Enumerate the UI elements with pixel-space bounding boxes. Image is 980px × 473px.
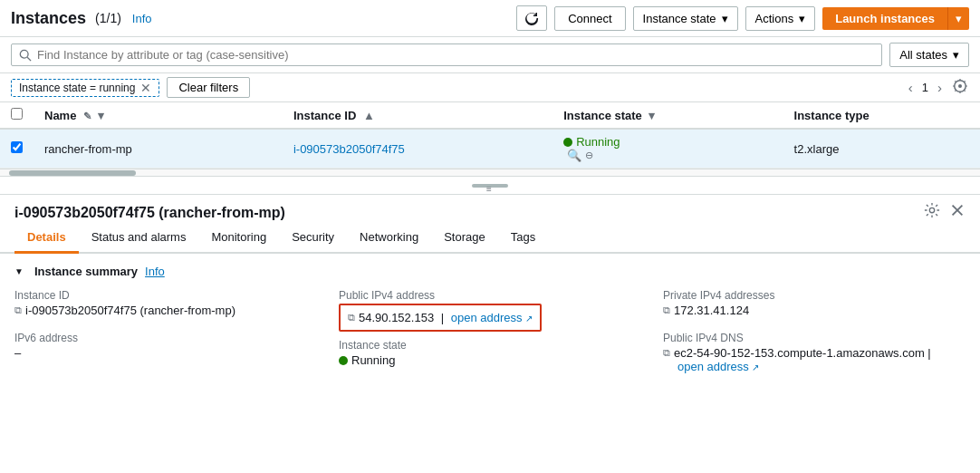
row-checkbox-cell	[0, 129, 34, 169]
instance-id-col-header: Instance ID ▲	[283, 102, 552, 129]
table-row: rancher-from-mp ✎ i-090573b2050f74f75 Ru…	[0, 129, 980, 169]
edit-name-icon[interactable]: ✎	[83, 111, 91, 121]
detail-tabs: Details Status and alarms Monitoring Sec…	[0, 223, 980, 254]
all-states-button[interactable]: All states ▾	[889, 43, 969, 67]
instance-summary-header: ▼ Instance summary Info	[14, 265, 966, 278]
open-address-link[interactable]: open address ↗	[451, 311, 533, 324]
instance-state-field: Instance state Running	[339, 339, 641, 367]
external-link-icon: ↗	[525, 314, 533, 323]
instance-type-col-header: Instance type	[783, 102, 980, 129]
launch-instances-arrow-button[interactable]: ▾	[947, 7, 969, 30]
tab-security[interactable]: Security	[279, 223, 347, 254]
search-icon	[19, 49, 32, 62]
detail-close-button[interactable]	[949, 202, 966, 223]
zoom-in-icon[interactable]: 🔍	[567, 149, 581, 162]
connect-button[interactable]: Connect	[554, 6, 625, 31]
detail-settings-button[interactable]	[924, 202, 940, 223]
filter-tag: Instance state = running ✕	[11, 79, 159, 97]
refresh-button[interactable]	[516, 5, 547, 31]
open-address2-link[interactable]: open address ↗	[677, 360, 759, 373]
public-ipv4-highlight: ⧉ 54.90.152.153 | open address ↗	[339, 304, 542, 332]
filter-remove-button[interactable]: ✕	[140, 82, 151, 94]
select-all-col	[0, 102, 34, 129]
instance-count: (1/1)	[95, 11, 121, 25]
actions-button[interactable]: Actions ▾	[745, 6, 816, 31]
svg-point-0	[20, 50, 28, 58]
select-all-checkbox[interactable]	[11, 108, 23, 120]
tab-storage[interactable]: Storage	[431, 223, 498, 254]
tab-details[interactable]: Details	[14, 223, 79, 254]
filter-row: Instance state = running ✕ Clear filters…	[0, 73, 980, 102]
tab-networking[interactable]: Networking	[347, 223, 431, 254]
summary-info-link[interactable]: Info	[145, 265, 165, 278]
row-checkbox[interactable]	[11, 141, 23, 153]
panel-divider[interactable]: ≡	[0, 177, 980, 195]
page-number: 1	[922, 81, 928, 94]
instance-id-cell: i-090573b2050f74f75	[283, 129, 552, 169]
next-page-button[interactable]: ›	[934, 78, 946, 97]
public-dns-field: Public IPv4 DNS ⧉ ec2-54-90-152-153.comp…	[663, 332, 966, 373]
tab-monitoring[interactable]: Monitoring	[198, 223, 279, 254]
ipv6-field: IPv6 address –	[14, 332, 317, 360]
pagination-area: ‹ 1 ›	[905, 77, 969, 98]
instance-state-cell: Running 🔍 ⊖	[552, 129, 783, 169]
instance-id-field: Instance ID ⧉ i-090573b2050f74f75 (ranch…	[14, 289, 317, 317]
chevron-down-icon: ▾	[722, 12, 728, 25]
chevron-down-icon: ▾	[953, 48, 959, 62]
launch-instances-group: Launch instances ▾	[822, 7, 969, 30]
table-settings-button[interactable]	[951, 77, 969, 98]
launch-instances-button[interactable]: Launch instances	[822, 7, 947, 30]
settings-icon	[953, 79, 967, 93]
panel-divider-handle: ≡	[472, 184, 508, 188]
copy-instance-id-icon[interactable]: ⧉	[14, 304, 22, 316]
clear-filters-button[interactable]: Clear filters	[167, 77, 250, 98]
chevron-down-icon: ▾	[799, 12, 805, 25]
tab-tags[interactable]: Tags	[498, 223, 548, 254]
detail-panel: i-090573b2050f74f75 (rancher-from-mp) De…	[0, 195, 980, 384]
detail-title: i-090573b2050f74f75 (rancher-from-mp)	[14, 205, 924, 221]
detail-header: i-090573b2050f74f75 (rancher-from-mp)	[0, 195, 980, 223]
public-ipv4-field: Public IPv4 address ⧉ 54.90.152.153 | op…	[339, 289, 641, 332]
copy-private-ipv4-icon[interactable]: ⧉	[663, 304, 670, 316]
name-sort-icon[interactable]: ▾	[98, 109, 104, 122]
detail-content: ▼ Instance summary Info Instance ID ⧉ i-…	[0, 254, 980, 384]
name-col-header: Name ✎ ▾	[34, 102, 283, 129]
search-input[interactable]	[37, 48, 874, 62]
name-cell: rancher-from-mp ✎	[34, 129, 283, 169]
info-link[interactable]: Info	[132, 12, 152, 25]
instance-type-cell: t2.xlarge	[783, 129, 980, 169]
summary-col3: Private IPv4 addresses ⧉ 172.31.41.124 P…	[663, 289, 966, 373]
copy-ipv4-icon[interactable]: ⧉	[348, 312, 355, 323]
search-input-wrap	[11, 43, 882, 66]
instance-state-sort-icon[interactable]: ▾	[649, 109, 655, 122]
refresh-icon	[524, 11, 539, 25]
instances-table: Name ✎ ▾ Instance ID ▲ Instance state ▾ …	[0, 102, 980, 169]
zoom-out-icon[interactable]: ⊖	[585, 150, 593, 161]
svg-point-2	[958, 84, 962, 88]
top-bar: Instances (1/1) Info Connect Instance st…	[0, 0, 980, 37]
svg-point-3	[929, 208, 934, 212]
instances-table-wrap: Name ✎ ▾ Instance ID ▲ Instance state ▾ …	[0, 102, 980, 169]
running-badge: Running	[563, 135, 772, 149]
close-icon	[949, 202, 966, 218]
horizontal-scrollbar[interactable]	[0, 169, 980, 177]
page-title: Instances	[11, 9, 86, 28]
triangle-icon: ▼	[14, 266, 24, 276]
summary-col1: Instance ID ⧉ i-090573b2050f74f75 (ranch…	[14, 289, 317, 373]
instance-id-sort-icon[interactable]: ▲	[363, 109, 375, 122]
running-dot-icon	[563, 138, 572, 147]
private-ipv4-field: Private IPv4 addresses ⧉ 172.31.41.124	[663, 289, 966, 317]
instance-state-col-header: Instance state ▾	[552, 102, 783, 129]
summary-col2: Public IPv4 address ⧉ 54.90.152.153 | op…	[339, 289, 641, 373]
instance-state-button[interactable]: Instance state ▾	[633, 6, 738, 31]
running-dot-icon	[339, 356, 348, 365]
external-link2-icon: ↗	[752, 362, 759, 372]
scroll-thumb[interactable]	[9, 170, 136, 176]
tab-status-alarms[interactable]: Status and alarms	[79, 223, 199, 254]
search-bar: All states ▾	[0, 37, 980, 73]
instance-id-link[interactable]: i-090573b2050f74f75	[293, 142, 405, 156]
zoom-icons: 🔍 ⊖	[567, 149, 772, 162]
copy-dns-icon[interactable]: ⧉	[663, 347, 670, 359]
settings-icon	[924, 202, 940, 218]
prev-page-button[interactable]: ‹	[905, 78, 917, 97]
